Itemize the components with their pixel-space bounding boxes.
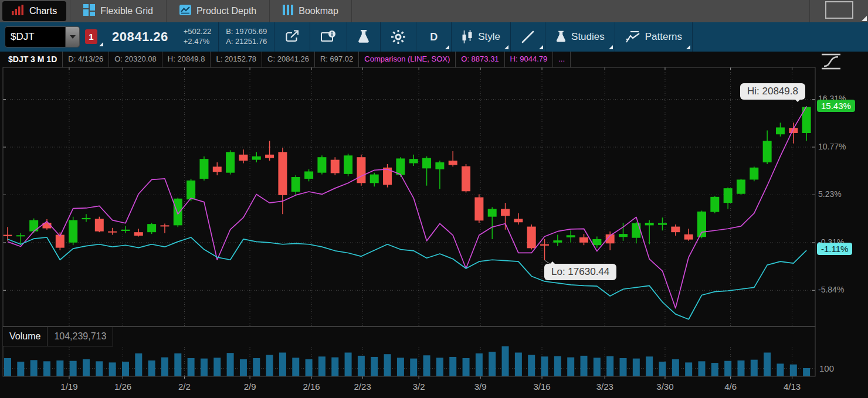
settings-button[interactable] — [381, 22, 416, 52]
volume-bar[interactable] — [83, 359, 90, 376]
volume-bar[interactable] — [620, 358, 627, 376]
volume-bar[interactable] — [476, 353, 483, 376]
interval-button[interactable]: D — [416, 22, 451, 52]
price-volume-chart[interactable] — [0, 52, 868, 398]
volume-bar[interactable] — [606, 356, 613, 376]
volume-bar[interactable] — [148, 360, 155, 376]
volume-bar[interactable] — [764, 353, 771, 377]
candle-body[interactable] — [278, 152, 287, 195]
drawing-tool-button[interactable] — [511, 22, 545, 52]
candle-body[interactable] — [514, 219, 523, 222]
volume-bar[interactable] — [489, 352, 496, 376]
tab-flexible-grid[interactable]: Flexible Grid — [70, 0, 166, 22]
volume-bar[interactable] — [384, 354, 391, 376]
volume-bar[interactable] — [109, 362, 116, 376]
candle-body[interactable] — [645, 223, 654, 225]
candle-body[interactable] — [370, 175, 379, 183]
volume-bar[interactable] — [711, 363, 718, 376]
candle-body[interactable] — [724, 188, 733, 203]
volume-bar[interactable] — [279, 353, 286, 377]
volume-bar[interactable] — [122, 362, 129, 376]
symbol-input[interactable]: $DJT — [5, 26, 80, 47]
candle-body[interactable] — [435, 162, 444, 169]
candle-body[interactable] — [317, 157, 326, 172]
candle-body[interactable] — [29, 220, 38, 232]
candle-body[interactable] — [4, 235, 12, 236]
volume-bar[interactable] — [227, 353, 234, 376]
volume-bar[interactable] — [4, 358, 11, 376]
candle-body[interactable] — [763, 141, 772, 162]
volume-bar[interactable] — [803, 368, 810, 376]
candle-body[interactable] — [252, 157, 261, 160]
alerts-button[interactable]: 1 — [85, 25, 105, 49]
candle-body[interactable] — [147, 224, 156, 232]
volume-bar[interactable] — [633, 359, 640, 376]
volume-bar[interactable] — [594, 358, 601, 376]
volume-bar[interactable] — [567, 358, 574, 376]
analysis-flask-button[interactable] — [347, 22, 380, 52]
candle-body[interactable] — [331, 160, 340, 174]
candle-body[interactable] — [409, 159, 418, 163]
volume-bar[interactable] — [685, 362, 692, 376]
tab-product-depth[interactable]: Product Depth — [167, 0, 269, 22]
candle-body[interactable] — [239, 155, 247, 161]
volume-bar[interactable] — [502, 346, 509, 376]
volume-bar[interactable] — [43, 361, 50, 376]
volume-bar[interactable] — [449, 357, 456, 376]
chart-info-button[interactable] — [310, 22, 347, 52]
volume-bar[interactable] — [30, 360, 38, 376]
candle-body[interactable] — [737, 179, 745, 193]
candle-body[interactable] — [121, 230, 130, 231]
volume-bar[interactable] — [397, 358, 404, 376]
candle-body[interactable] — [134, 232, 143, 236]
volume-bar[interactable] — [188, 358, 195, 376]
studies-button[interactable]: Studies — [545, 22, 615, 52]
volume-bar[interactable] — [56, 360, 63, 376]
candle-body[interactable] — [213, 166, 222, 172]
volume-bar[interactable] — [266, 355, 273, 376]
volume-bar[interactable] — [777, 363, 784, 376]
candle-body[interactable] — [108, 232, 117, 233]
candle-body[interactable] — [684, 234, 693, 240]
candle-body[interactable] — [291, 177, 300, 192]
candle-body[interactable] — [304, 171, 313, 179]
volume-bar[interactable] — [161, 358, 168, 376]
volume-bar[interactable] — [751, 360, 758, 376]
volume-bar[interactable] — [240, 359, 247, 376]
share-button[interactable] — [274, 22, 310, 52]
candle-body[interactable] — [69, 220, 77, 243]
candle-body[interactable] — [592, 239, 601, 245]
volume-bar[interactable] — [306, 359, 313, 376]
candle-body[interactable] — [174, 199, 182, 226]
curve-tool-icon[interactable] — [820, 53, 842, 73]
candle-body[interactable] — [226, 152, 235, 172]
candle-body[interactable] — [357, 157, 365, 183]
candle-body[interactable] — [462, 166, 470, 192]
tab-bookmap[interactable]: Bookmap — [270, 0, 351, 22]
volume-bar[interactable] — [724, 361, 731, 376]
symbol-dropdown-button[interactable] — [65, 27, 79, 47]
patterns-button[interactable]: Patterns — [615, 22, 692, 52]
volume-bar[interactable] — [515, 353, 522, 377]
volume-bar[interactable] — [318, 356, 326, 376]
volume-bar[interactable] — [659, 362, 666, 376]
candle-body[interactable] — [579, 237, 588, 243]
candle-body[interactable] — [474, 198, 483, 221]
candle-body[interactable] — [710, 197, 719, 212]
candle-body[interactable] — [776, 127, 785, 134]
candle-body[interactable] — [265, 155, 274, 158]
candle-body[interactable] — [488, 209, 497, 216]
candle-body[interactable] — [95, 219, 104, 231]
volume-bar[interactable] — [96, 361, 103, 376]
volume-bar[interactable] — [463, 358, 470, 376]
volume-bar[interactable] — [371, 357, 378, 376]
candle-body[interactable] — [540, 244, 549, 246]
candle-body[interactable] — [567, 235, 575, 237]
volume-bar[interactable] — [17, 362, 24, 376]
volume-bar[interactable] — [213, 358, 221, 376]
volume-bar[interactable] — [646, 356, 653, 376]
chart-region[interactable]: $DJT 3 M 1D D: 4/13/26O: 20320.08H: 2084… — [0, 52, 868, 398]
volume-bar[interactable] — [201, 359, 208, 376]
candle-body[interactable] — [501, 209, 510, 216]
candle-body[interactable] — [527, 227, 536, 249]
